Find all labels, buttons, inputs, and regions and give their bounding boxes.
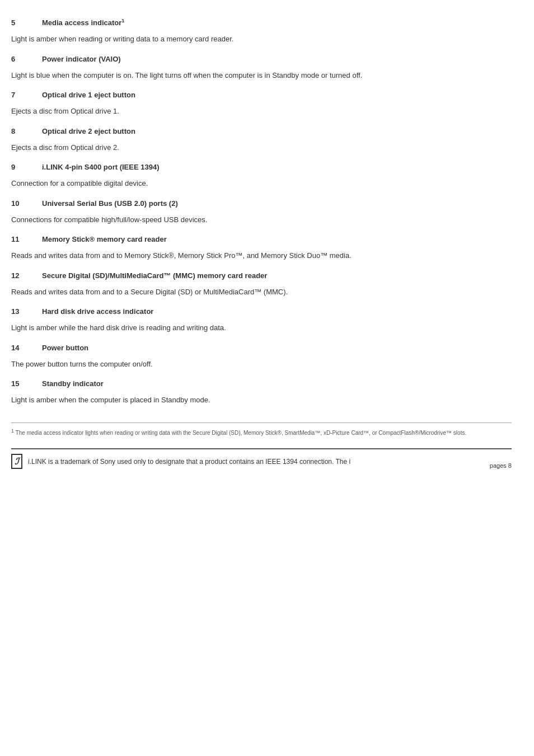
sections-container: 5Media access indicator1Light is amber w…: [11, 18, 512, 406]
section-11-header: 11Memory Stick® memory card reader: [11, 235, 512, 243]
section-9-header: 9i.LINK 4-pin S400 port (IEEE 1394): [11, 163, 512, 171]
section-5-footnote-ref: 1: [121, 18, 124, 24]
bottom-bar: ℐ i.LINK is a trademark of Sony used onl…: [11, 448, 512, 469]
section-6-number: 6: [11, 55, 42, 63]
section-7-title: Optical drive 1 eject button: [42, 91, 135, 99]
section-13: 13Hard disk drive access indicatorLight …: [11, 307, 512, 334]
section-5: 5Media access indicator1Light is amber w…: [11, 18, 512, 45]
section-14: 14Power buttonThe power button turns the…: [11, 344, 512, 370]
page-indicator: pages 8: [490, 462, 512, 469]
section-5-title: Media access indicator1: [42, 18, 124, 27]
section-8-number: 8: [11, 127, 42, 135]
section-12-number: 12: [11, 271, 42, 280]
content-area: 5Media access indicator1Light is amber w…: [11, 18, 512, 469]
section-9: 9i.LINK 4-pin S400 port (IEEE 1394)Conne…: [11, 163, 512, 189]
section-14-number: 14: [11, 344, 42, 352]
ilink-icon: ℐ: [11, 454, 22, 469]
section-12-header: 12Secure Digital (SD)/MultiMediaCard™ (M…: [11, 271, 512, 280]
section-10-body: Connections for compatible high/full/low…: [11, 214, 512, 226]
section-11-number: 11: [11, 235, 42, 243]
section-8-title: Optical drive 2 eject button: [42, 127, 135, 135]
section-7-header: 7Optical drive 1 eject button: [11, 91, 512, 99]
section-5-header: 5Media access indicator1: [11, 18, 512, 27]
section-15-title: Standby indicator: [42, 379, 104, 388]
section-11-title: Memory Stick® memory card reader: [42, 235, 167, 243]
section-9-body: Connection for a compatible digital devi…: [11, 178, 512, 189]
section-6-body: Light is blue when the computer is on. T…: [11, 70, 512, 81]
section-14-title: Power button: [42, 344, 88, 352]
section-12: 12Secure Digital (SD)/MultiMediaCard™ (M…: [11, 271, 512, 298]
section-15-header: 15Standby indicator: [11, 379, 512, 388]
section-11: 11Memory Stick® memory card readerReads …: [11, 235, 512, 261]
section-13-body: Light is amber while the hard disk drive…: [11, 322, 512, 334]
section-11-body: Reads and writes data from and to Memory…: [11, 250, 512, 261]
footnote-text: The media access indicator lights when r…: [16, 430, 467, 436]
section-5-number: 5: [11, 18, 42, 27]
section-5-body: Light is amber when reading or writing d…: [11, 34, 512, 45]
section-15-body: Light is amber when the computer is plac…: [11, 395, 512, 406]
section-6-header: 6Power indicator (VAIO): [11, 55, 512, 63]
section-12-body: Reads and writes data from and to a Secu…: [11, 287, 512, 298]
section-13-number: 13: [11, 307, 42, 316]
section-8-body: Ejects a disc from Optical drive 2.: [11, 142, 512, 153]
section-15: 15Standby indicatorLight is amber when t…: [11, 379, 512, 406]
section-14-header: 14Power button: [11, 344, 512, 352]
section-14-body: The power button turns the computer on/o…: [11, 359, 512, 370]
section-10-title: Universal Serial Bus (USB 2.0) ports (2): [42, 199, 178, 208]
bottom-description: i.LINK is a trademark of Sony used only …: [28, 458, 350, 466]
section-10: 10Universal Serial Bus (USB 2.0) ports (…: [11, 199, 512, 226]
section-7: 7Optical drive 1 eject buttonEjects a di…: [11, 91, 512, 117]
section-6-title: Power indicator (VAIO): [42, 55, 121, 63]
section-13-title: Hard disk drive access indicator: [42, 307, 153, 316]
footnote-area: 1 The media access indicator lights when…: [11, 422, 512, 437]
section-9-title: i.LINK 4-pin S400 port (IEEE 1394): [42, 163, 160, 171]
section-9-number: 9: [11, 163, 42, 171]
section-10-header: 10Universal Serial Bus (USB 2.0) ports (…: [11, 199, 512, 208]
footnote-superscript: 1: [11, 430, 14, 436]
section-7-body: Ejects a disc from Optical drive 1.: [11, 106, 512, 117]
section-15-number: 15: [11, 379, 42, 388]
section-7-number: 7: [11, 91, 42, 99]
section-12-title: Secure Digital (SD)/MultiMediaCard™ (MMC…: [42, 271, 267, 280]
section-6: 6Power indicator (VAIO)Light is blue whe…: [11, 55, 512, 81]
section-13-header: 13Hard disk drive access indicator: [11, 307, 512, 316]
section-8: 8Optical drive 2 eject buttonEjects a di…: [11, 127, 512, 153]
section-10-number: 10: [11, 199, 42, 208]
section-8-header: 8Optical drive 2 eject button: [11, 127, 512, 135]
